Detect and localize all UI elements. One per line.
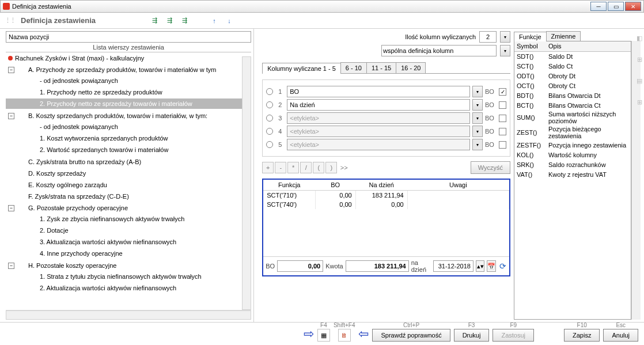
calendar-icon[interactable]: 📅 bbox=[487, 260, 496, 272]
tree-node-h[interactable]: H. Pozostałe koszty operacyjne bbox=[17, 262, 116, 269]
functions-list[interactable]: Symbol Opis SDT()Saldo DtSCT()Saldo CtOD… bbox=[514, 41, 631, 320]
function-row[interactable]: OCT()Obroty Ct bbox=[514, 81, 631, 90]
tree-icon-3[interactable]: ⇶ bbox=[179, 15, 190, 26]
collapse-icon[interactable]: − bbox=[8, 67, 14, 73]
tree-leaf-selected[interactable]: 2. Przychody netto ze sprzedaży towarów … bbox=[40, 100, 192, 107]
bo-label: BO bbox=[485, 101, 497, 108]
column-radio-2[interactable] bbox=[266, 101, 273, 108]
chevron-down-icon: ▾ bbox=[472, 126, 483, 137]
grid-row[interactable]: SCT('740') 0,00 0,00 bbox=[263, 200, 509, 209]
tree-node-e[interactable]: E. Koszty ogólnego zarządu bbox=[28, 181, 107, 188]
tab-cols-6-10[interactable]: 6 - 10 bbox=[340, 62, 367, 73]
collapse-icon[interactable]: − bbox=[8, 113, 14, 119]
column-label-input[interactable] bbox=[287, 86, 470, 97]
bo-checkbox[interactable]: ✓ bbox=[499, 88, 506, 96]
op-shift[interactable]: >> bbox=[338, 162, 350, 173]
position-name-input[interactable] bbox=[6, 31, 251, 43]
tree-icon-1[interactable]: ⇶ bbox=[149, 15, 160, 26]
tree-view[interactable]: Rachunek Zysków i Strat (maxi) - kalkula… bbox=[6, 52, 251, 310]
op-rparen[interactable]: ) bbox=[325, 162, 337, 173]
tree-node-a[interactable]: A. Przychody ze sprzedaży produktów, tow… bbox=[17, 66, 216, 73]
tree-leaf[interactable]: 2. Dotacje bbox=[40, 227, 69, 234]
tab-funkcje[interactable]: Funkcje bbox=[514, 32, 547, 41]
document-icon[interactable]: 🗎 bbox=[338, 329, 351, 342]
tree-leaf[interactable]: 1. Zysk ze zbycia niefinansowych aktywów… bbox=[40, 215, 184, 222]
arrow-up-icon[interactable]: ↑ bbox=[209, 15, 220, 26]
chevron-down-icon[interactable]: ▾ bbox=[472, 99, 483, 111]
bo-label: BO bbox=[485, 141, 497, 148]
tree-root[interactable]: Rachunek Zysków i Strat (maxi) - kalkula… bbox=[15, 55, 144, 62]
column-radio-1[interactable] bbox=[266, 88, 273, 95]
sidebar-icon[interactable]: ◧ bbox=[637, 35, 642, 42]
chevron-down-icon[interactable]: ▾ bbox=[500, 31, 510, 43]
calculator-icon[interactable]: ▦ bbox=[317, 329, 330, 342]
tree-leaf[interactable]: 3. Aktualizacja wartości aktywów niefina… bbox=[40, 238, 176, 245]
op-plus[interactable]: + bbox=[262, 162, 274, 173]
function-row[interactable]: VAT()Kwoty z rejestru VAT bbox=[514, 169, 631, 179]
validate-button[interactable]: Sprawdź poprawność bbox=[372, 329, 450, 342]
date-input[interactable] bbox=[433, 260, 473, 272]
tree-leaf[interactable]: 2. Aktualizacja wartości aktywów niefina… bbox=[40, 285, 176, 291]
sidebar-icon[interactable]: ⊞ bbox=[637, 56, 642, 63]
function-row[interactable]: ZEST()Pozycja bieżącego zestawienia bbox=[514, 125, 631, 140]
tree-leaf[interactable]: 1. Przychody netto ze sprzedaży produktó… bbox=[40, 89, 162, 96]
chevron-down-icon[interactable]: ▾ bbox=[500, 45, 510, 56]
bo-checkbox[interactable] bbox=[499, 101, 506, 109]
function-row[interactable]: BCT()Bilans Otwarcia Ct bbox=[514, 100, 631, 110]
function-row[interactable]: ZESTF()Pozycja innego zestawienia bbox=[514, 140, 631, 150]
tree-leaf[interactable]: 4. Inne przychody operacyjne bbox=[40, 250, 123, 257]
vertical-scrollbar[interactable] bbox=[242, 56, 251, 310]
op-lparen[interactable]: ( bbox=[313, 162, 324, 173]
arrow-down-icon[interactable]: ↓ bbox=[223, 15, 235, 26]
clear-button[interactable]: Wyczyść bbox=[471, 161, 510, 174]
sidebar-icon[interactable]: ⊞ bbox=[637, 98, 642, 106]
function-row[interactable]: SUM()Suma wartości niższych poziomów bbox=[514, 110, 631, 125]
tree-node-d[interactable]: D. Koszty sprzedaży bbox=[28, 170, 86, 177]
function-row[interactable]: SRK()Saldo rozrachunków bbox=[514, 160, 631, 169]
op-div[interactable]: / bbox=[300, 162, 312, 173]
maximize-button[interactable]: ▭ bbox=[608, 2, 624, 11]
tab-cols-1-5[interactable]: Kolumny wyliczane 1 - 5 bbox=[262, 63, 341, 74]
app-icon bbox=[3, 3, 10, 10]
tree-node-c[interactable]: C. Zysk/strata brutto na sprzedaży (A-B) bbox=[28, 158, 141, 165]
kwota-input[interactable] bbox=[346, 260, 409, 272]
tree-leaf[interactable]: 1. Strata z tytułu zbycia niefinansowych… bbox=[40, 273, 202, 280]
function-row[interactable]: KOL()Wartość kolumny bbox=[514, 150, 631, 160]
function-row[interactable]: BDT()Bilans Otwarcia Dt bbox=[514, 90, 631, 100]
print-button[interactable]: Drukuj bbox=[454, 329, 490, 342]
tree-node-f[interactable]: F. Zysk/strata na sprzedaży (C-D-E) bbox=[28, 193, 129, 200]
tree-icon-2[interactable]: ⇶ bbox=[164, 15, 175, 26]
grid-row[interactable]: SCT('710') 0,00 183 211,94 bbox=[263, 191, 509, 200]
tab-cols-11-15[interactable]: 11 - 15 bbox=[366, 62, 396, 73]
chevron-down-icon[interactable]: ▾ bbox=[472, 86, 483, 97]
tree-node-b[interactable]: B. Koszty sprzedanych produktów, towarów… bbox=[17, 112, 207, 119]
bo-sum-input[interactable] bbox=[277, 260, 323, 272]
op-mul[interactable]: * bbox=[287, 162, 299, 173]
column-count-input[interactable] bbox=[479, 31, 497, 43]
summary-row: BO Kwota na dzień ▴▾ 📅 ⟳ bbox=[263, 256, 509, 275]
tree-leaf[interactable]: - od jednostek powiązanych bbox=[40, 123, 118, 130]
tree-leaf[interactable]: - od jednostek powiązanych bbox=[40, 77, 118, 84]
date-stepper[interactable]: ▴▾ bbox=[476, 260, 484, 272]
close-button[interactable]: ✕ bbox=[625, 2, 641, 11]
save-button[interactable]: Zapisz bbox=[564, 329, 600, 342]
op-minus[interactable]: - bbox=[275, 162, 286, 173]
horizontal-scrollbar[interactable] bbox=[6, 310, 251, 320]
refresh-icon[interactable]: ⟳ bbox=[498, 261, 507, 271]
column-definition-select[interactable] bbox=[381, 45, 497, 56]
column-label-input[interactable] bbox=[287, 99, 470, 111]
function-row[interactable]: SCT()Saldo Ct bbox=[514, 61, 631, 71]
function-row[interactable]: ODT()Obroty Dt bbox=[514, 71, 631, 81]
formula-grid[interactable]: Funkcja BO Na dzień Uwagi SCT('710') 0,0… bbox=[263, 180, 509, 256]
sidebar-icon[interactable]: ▤ bbox=[637, 77, 642, 85]
collapse-icon[interactable]: − bbox=[8, 263, 14, 269]
minimize-button[interactable]: ─ bbox=[590, 2, 607, 11]
tab-zmienne[interactable]: Zmienne bbox=[546, 31, 581, 41]
tree-node-g[interactable]: G. Pozostałe przychody operacyjne bbox=[17, 204, 128, 211]
cancel-button[interactable]: Anuluj bbox=[603, 329, 638, 342]
function-row[interactable]: SDT()Saldo Dt bbox=[514, 51, 631, 61]
tree-leaf[interactable]: 1. Koszt wytworzenia sprzedanych produkt… bbox=[40, 135, 168, 142]
collapse-icon[interactable]: − bbox=[8, 205, 14, 211]
tab-cols-16-20[interactable]: 16 - 20 bbox=[396, 62, 426, 73]
tree-leaf[interactable]: 2. Wartość sprzedanych towarów i materia… bbox=[40, 146, 168, 153]
